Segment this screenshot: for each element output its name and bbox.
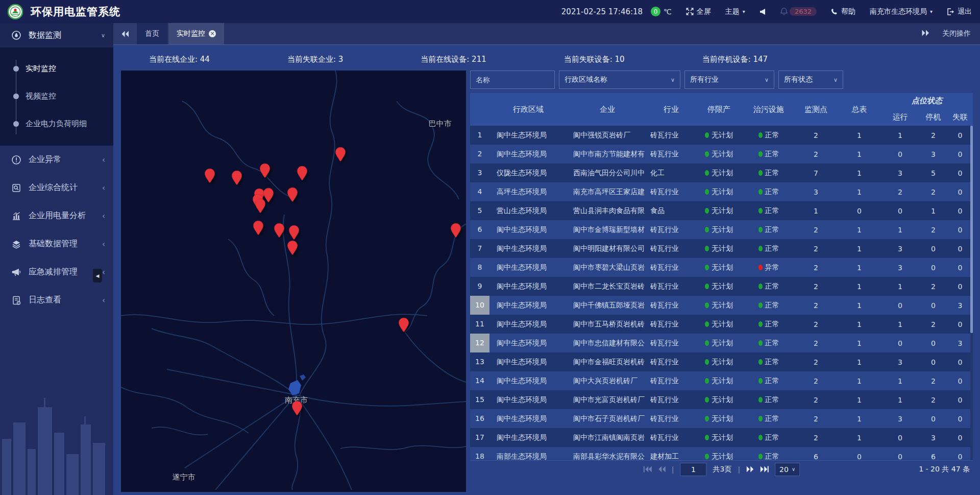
cell-facility-status: 正常 [743,282,794,291]
table-row[interactable]: 10阆中生态环境局阆中千佛镇五郎垭页岩砖瓦行业无计划正常21003 [470,296,973,315]
tabs-scroll-left-button[interactable] [113,23,137,44]
cell-disconnected: 0 [947,396,973,404]
row-number: 13 [470,352,489,371]
tab-realtime-monitoring[interactable]: 实时监控 × [168,23,224,44]
map-pin-icon[interactable] [204,168,215,183]
region-select[interactable]: 行政区域名称 ∨ [559,70,680,89]
help-label: 帮助 [841,7,855,16]
sidebar-subitem[interactable]: 企业电力负荷明细 [0,110,113,137]
sidebar-item-基础数据管理[interactable]: 基础数据管理‹ [0,230,113,258]
mute-button[interactable] [760,8,766,15]
table-row[interactable]: 16阆中生态环境局阆中市石子页岩机砖厂砖瓦行业无计划正常21300 [470,409,973,428]
table-row[interactable]: 4高坪生态环境局南充市高坪区王家店建砖瓦行业无计划正常31220 [470,182,973,201]
table-row[interactable]: 3仪陇生态环境局西南油气田分公司川中化工无计划正常71350 [470,163,973,182]
chevron-collapsed-icon: ‹ [102,268,105,277]
enterprise-table-panel: 行政区域名称 ∨ 所有行业 ∨ 所有状态 ∨ 行政区域企业行业停限产治污设施监测… [470,70,973,478]
cell-monitor-points: 2 [794,320,838,328]
map-pin-icon[interactable] [255,198,266,214]
status-dot [705,359,709,365]
table-row[interactable]: 14阆中生态环境局阆中大兴页岩机砖厂砖瓦行业无计划正常21120 [470,371,973,390]
table-row[interactable]: 5营山生态环境局营山县润丰肉食品有限食品无计划正常10010 [470,201,973,220]
industry-select[interactable]: 所有行业 ∨ [684,70,774,89]
table-scrollbar[interactable] [970,126,973,460]
sidebar-subitem[interactable]: 视频监控 [0,82,113,110]
sidebar-item-企业用电量分析[interactable]: 企业用电量分析‹ [0,202,113,230]
page-number-input[interactable]: 1 [680,463,706,476]
fullscreen-button[interactable]: 全屏 [686,7,711,16]
cell-total-meters: 1 [838,434,881,442]
map-pin-icon[interactable] [297,166,308,181]
status-select[interactable]: 所有状态 ∨ [778,70,843,89]
table-row[interactable]: 11阆中生态环境局阆中市五马桥页岩机砖砖瓦行业无计划正常21120 [470,315,973,334]
map[interactable]: 巴中市南充市遂宁市 [121,70,466,492]
chevron-collapsed-icon: ‹ [102,211,105,221]
status-dot [705,151,709,157]
table-row[interactable]: 12阆中生态环境局阆中市忠信建材有限公砖瓦行业无计划正常21003 [470,334,973,352]
cell-limit-status: 无计划 [695,225,743,234]
sidebar-collapse-button[interactable]: ◀ [93,269,102,282]
map-pin-icon[interactable] [253,220,264,235]
table-row[interactable]: 8阆中生态环境局阆中市枣碧大梁山页岩砖瓦行业无计划异常21300 [470,258,973,277]
status-dot [705,208,709,214]
cell-company: 阆中市二龙长宝页岩砖 [567,282,648,291]
cell-limit-status: 无计划 [695,358,743,367]
row-number: 14 [470,371,489,390]
map-pin-icon[interactable] [335,147,346,162]
logout-button[interactable]: 退出 [947,7,972,16]
map-pin-icon[interactable] [287,240,298,255]
cell-limit-status: 无计划 [695,169,743,178]
table-row[interactable]: 17阆中生态环境局阆中市江南镇阆南页岩砖瓦行业无计划正常21030 [470,428,973,447]
chevron-collapsed-icon: ‹ [102,296,105,305]
table-row[interactable]: 7阆中生态环境局阆中明阳建材有限公司砖瓦行业无计划正常21300 [470,239,973,258]
table-row[interactable]: 2阆中生态环境局阆中市南方节能建材有砖瓦行业无计划正常21030 [470,145,973,163]
cell-stopped: 0 [919,339,947,347]
map-pin-icon[interactable] [291,400,303,416]
sidebar-item-日志查看[interactable]: 日志查看‹ [0,286,113,314]
table-row[interactable]: 13阆中生态环境局阆中市金福旺页岩机砖砖瓦行业无计划正常21300 [470,352,973,371]
page-size-select[interactable]: 20 ∨ [775,463,800,476]
close-operations-button[interactable]: 关闭操作 [942,29,971,38]
sidebar-item-企业综合统计[interactable]: 企业综合统计‹ [0,174,113,202]
cell-disconnected: 3 [947,339,973,347]
map-pin-icon[interactable] [288,225,300,240]
last-page-button[interactable] [760,466,769,473]
first-page-button[interactable] [643,466,652,473]
tab-close-icon[interactable]: × [209,30,216,37]
tabs-scroll-right-button[interactable] [922,30,930,38]
sidebar-item-企业异常[interactable]: 企业异常‹ [0,146,113,174]
map-pin-icon[interactable] [259,163,271,178]
notifications-button[interactable]: 2632 [780,7,817,16]
table-row[interactable]: 18南部生态环境局南部县彩华水泥有限公建材加工无计划正常60060 [470,447,973,460]
map-pin-icon[interactable] [287,187,298,202]
map-pin-icon[interactable] [231,170,242,185]
stat-item: 当前失联企业: 3 [287,55,343,64]
row-number: 9 [470,277,489,296]
cell-stopped: 2 [919,320,947,328]
org-dropdown[interactable]: 南充市生态环境局 ▾ [870,7,933,16]
cell-running: 1 [881,320,919,328]
sidebar-subitem[interactable]: 实时监控 [0,55,113,82]
table-row[interactable]: 6阆中生态环境局阆中市金博瑞新型墙材砖瓦行业无计划正常21120 [470,220,973,239]
sidebar-group-data-monitoring[interactable]: 数据监测 ∨ [0,23,113,48]
cell-monitor-points: 2 [794,150,838,158]
next-page-button[interactable] [746,466,754,473]
cell-region: 营山生态环境局 [489,206,567,216]
table-row[interactable]: 1阆中生态环境局阆中强锐页岩砖厂砖瓦行业无计划正常21120 [470,126,973,145]
table-row[interactable]: 9阆中生态环境局阆中市二龙长宝页岩砖砖瓦行业无计划正常21120 [470,277,973,296]
theme-dropdown[interactable]: 主题 ▾ [725,7,745,16]
sidebar-item-label: 企业异常 [29,154,61,165]
status-dot [758,227,763,232]
tab-home[interactable]: 首页 [137,23,167,44]
help-button[interactable]: 帮助 [831,7,855,16]
table-row[interactable]: 15阆中生态环境局阆中市光富页岩机砖厂砖瓦行业无计划正常21120 [470,390,973,409]
map-pin-icon[interactable] [450,223,461,238]
cell-monitor-points: 2 [794,377,838,385]
map-pin-icon[interactable] [274,223,285,238]
name-search-input[interactable] [470,70,555,89]
cell-company: 阆中大兴页岩机砖厂 [567,376,648,386]
map-pin-icon[interactable] [398,317,409,333]
cell-disconnected: 0 [947,282,973,291]
sidebar-item-label: 企业综合统计 [29,182,78,193]
cell-facility-status: 正常 [743,395,794,405]
prev-page-button[interactable] [658,466,666,473]
